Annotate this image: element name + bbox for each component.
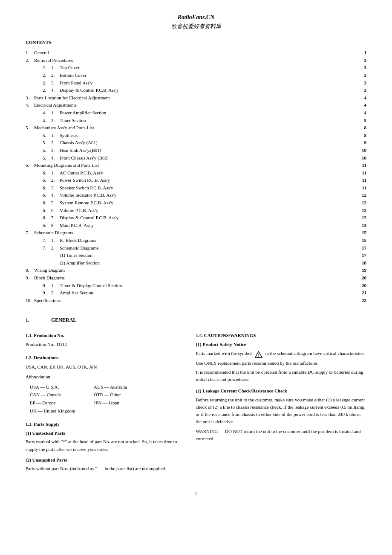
toc-row-block-diagrams: 9. Block Diagrams 20 [26, 274, 366, 282]
toc-row-system-remote: 6. 5. System Remote P.C.B. Ass'y 12 [26, 199, 366, 207]
toc-row-front-panel: 2. 3. Front Panel Ass'y 3 [26, 79, 366, 87]
subsection-11: 1.1. Production No. Production No.: D112 [26, 332, 183, 348]
body-section: 1. GENERAL 1.1. Production No. Productio… [26, 317, 366, 478]
section-title: GENERAL [51, 317, 76, 323]
toc-row-parts-location: 3. Parts Location for Electrical Adjustm… [26, 94, 366, 102]
abbrev-otr: OTR — Other [94, 391, 149, 399]
s14-2-text: Before returning the unit to the custome… [196, 396, 366, 425]
section-num: 1. [26, 317, 34, 323]
toc-row-bottom-cover: 2. 2. Bottom Cover 3 [26, 72, 366, 79]
toc-row-chassis: 5. 2. Chassis Ass'y (A01) 9 [26, 139, 366, 147]
s12-destinations: USA, CAN, EP, UK, AUS, OTR, JPN [26, 363, 183, 371]
toc-row-speaker-switch: 6. 3. Speaker Switch P.C.B. Ass'y 11 [26, 184, 366, 192]
toc-row-ac-outlet: 6. 1. AC Outlet P.C.B. Ass'y 11 [26, 169, 366, 177]
toc-row-general: 1. General 1 [26, 49, 366, 57]
abbrev-table: USA — U.S.A. AUS — Australia CAN — Canad… [30, 383, 183, 415]
s13-2-text: Parts without part Nos. (indicated as "—… [26, 465, 183, 472]
toc-row-main-pcb: 6. 8. Main P.C.B. Ass'y 13 [26, 222, 366, 230]
toc-row-removal: 2. Removal Procedures 3 [26, 57, 366, 64]
abbrev-row-1: USA — U.S.A. AUS — Australia [30, 383, 183, 391]
abbrev-row-3: EP — Europe JPN — Japan [30, 399, 183, 407]
subsection-14: 1.4. CAUTIONS/WARNINGS (1) Product Safet… [196, 332, 366, 442]
subsection-12: 1.2. Destinations USA, CAN, EP, UK, AUS,… [26, 354, 183, 415]
toc-row-tuner-section: 4. 2. Tuner Section 5 [26, 117, 366, 125]
s14-warning: WARNING — DO NOT return the unit to the … [196, 428, 366, 442]
s11-title: 1.1. Production No. [26, 332, 183, 339]
contents-label: CONTENTS [26, 40, 366, 45]
s12-title: 1.2. Destinations [26, 354, 183, 361]
s14-2: (2) Leakage Current Check/Resistance Che… [196, 387, 366, 442]
toc-row-display-control-pcb: 6. 7. Display & Control P.C.B. Ass'y 12 [26, 214, 366, 222]
s14-notice-text1: Parts marked with the symbol [196, 351, 252, 356]
toc-row-electrical: 4. Electrical Adjustments 4 [26, 102, 366, 109]
abbrev-aus: AUS — Australia [94, 383, 149, 391]
toc-row-synthesis: 5. 1. Synthesis 8 [26, 132, 366, 139]
toc-row-display-control: 2. 4. Display & Control P.C.B. Ass'y 3 [26, 87, 366, 94]
page-header: RadioFans.CN 收音机爱好者资料库 [26, 13, 366, 31]
toc-row-volume-pcb: 6. 6. Volume P.C.B. Ass'y 12 [26, 207, 366, 215]
s14-1-text4: It is recommended that the unit be opera… [196, 369, 366, 383]
toc-row-tuner-display-control: 9. 1. Tuner & Display Control Section 20 [26, 282, 366, 290]
toc-row-mechanism: 5. Mechanism Ass'y and Parts List 8 [26, 124, 366, 132]
toc-row-top-cover: 2. 1. Top Cover 3 [26, 64, 366, 72]
s14-2-title: (2) Leakage Current Check/Resistance Che… [196, 387, 366, 395]
col-left: 1.1. Production No. Production No.: D112… [26, 332, 183, 478]
toc-row-amplifier-section: 9. 2. Amplifier Section 21 [26, 289, 366, 297]
toc-row-mounting: 6. Mounting Diagrams and Parts List 11 [26, 162, 366, 169]
general-content: 1.1. Production No. Production No.: D112… [26, 332, 366, 478]
toc-row-amplifier-section-sub: (2) Amplifier Section 18 [26, 259, 366, 267]
toc-row-heat-sink: 5. 3. Heat Sink Ass'y.(B01) 10 [26, 147, 366, 154]
toc-row-specifications: 10. Specifications 22 [26, 297, 366, 305]
s13-2-title: (2) Unsupplied Parts [26, 456, 183, 464]
s13-title: 1.3. Parts Supply [26, 421, 183, 428]
abbrev-row-2: CAN — Canada OTR — Other [30, 391, 183, 399]
toc-row-schematic: 7. Schematic Diagrams 15 [26, 229, 366, 237]
toc-row-volume-indicator: 6. 4. Volume Indicator P.C.B. Ass'y 12 [26, 192, 366, 199]
abbrev-jpn: JPN — Japan [94, 399, 149, 407]
warning-triangle-icon: ! [255, 350, 262, 357]
abbrev-label: Abbreviation [26, 373, 183, 381]
subsection-13: 1.3. Parts Supply (1) Unstocked Parts Pa… [26, 421, 183, 472]
s11-text: Production No.: D112 [26, 341, 183, 348]
s13-2: (2) Unsupplied Parts Parts without part … [26, 456, 183, 472]
toc-row-wiring: 8. Wiring Diagram 19 [26, 267, 366, 274]
toc-row-power-switch: 6. 2. Power Switch P.C.B. Ass'y 11 [26, 177, 366, 184]
toc-row-tuner-section-sub: (1) Tuner Section 17 [26, 252, 366, 259]
s14-1-text3: Use ONLY replacement parts recommended b… [196, 360, 366, 367]
s13-1-text: Parts marked with "*" at the head of par… [26, 438, 183, 453]
page: RadioFans.CN 收音机爱好者资料库 CONTENTS 1. Gener… [0, 0, 392, 555]
abbrev-uk: UK — United Kingdom [30, 407, 85, 415]
svg-text:!: ! [258, 353, 259, 357]
s14-1-notice: Parts marked with the symbol ! in the sc… [196, 350, 366, 357]
col-right: 1.4. CAUTIONS/WARNINGS (1) Product Safet… [196, 332, 366, 478]
abbrev-row-4: UK — United Kingdom [30, 407, 183, 415]
toc-row-ic-block: 7. 1. IC Block Diagrams 15 [26, 237, 366, 244]
abbrev-ep: EP — Europe [30, 399, 85, 407]
header-title: RadioFans.CN [26, 13, 366, 22]
s13-1: (1) Unstocked Parts Parts marked with "*… [26, 430, 183, 453]
page-number: 1 [26, 491, 366, 496]
toc-row-schematic-diagrams: 7. 2. Schematic Diagrams 17 [26, 244, 366, 252]
s14-1: (1) Product Safety Notice Parts marked w… [196, 341, 366, 383]
header-subtitle: 收音机爱好者资料库 [26, 22, 366, 31]
toc: 1. General 1 2. Removal Procedures 3 2. … [26, 49, 366, 304]
s14-notice-text2: in the schematic diagram have critical c… [265, 351, 365, 356]
s14-1-title: (1) Product Safety Notice [196, 341, 366, 348]
s13-1-title: (1) Unstocked Parts [26, 430, 183, 437]
toc-row-front-chassis: 5. 4. Front Chassis Ass'y (B02) 10 [26, 154, 366, 162]
abbrev-can: CAN — Canada [30, 391, 85, 399]
s14-title: 1.4. CAUTIONS/WARNINGS [196, 332, 366, 339]
toc-row-power-amp: 4. 1. Power Amplifier Section 4 [26, 109, 366, 117]
abbrev-usa: USA — U.S.A. [30, 383, 85, 391]
